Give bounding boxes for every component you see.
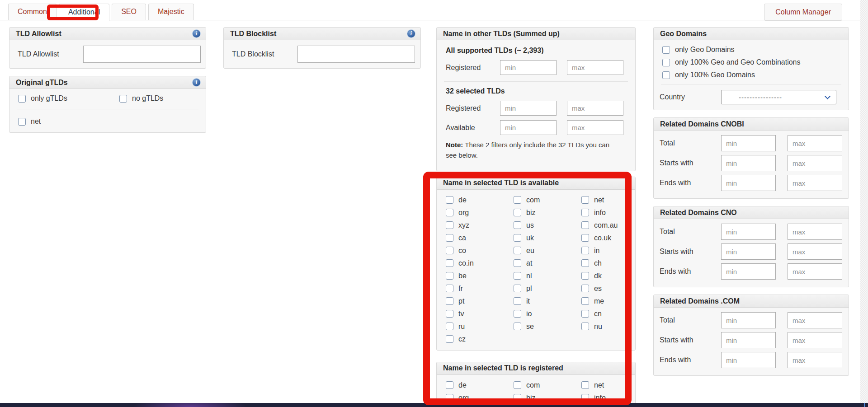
checkbox[interactable] (581, 196, 589, 204)
checkbox-option[interactable]: me (581, 295, 635, 308)
checkbox-option[interactable]: com (514, 194, 581, 206)
checkbox[interactable] (514, 234, 521, 242)
checkbox[interactable] (514, 323, 521, 330)
checkbox[interactable] (514, 381, 521, 389)
registered-selected-min-input[interactable] (500, 101, 557, 116)
tab-additional[interactable]: Additional (59, 4, 109, 21)
checkbox[interactable] (514, 394, 521, 402)
checkbox-option[interactable]: org (446, 206, 514, 219)
com-total-max-input[interactable] (788, 312, 842, 328)
checkbox[interactable] (581, 272, 589, 280)
checkbox[interactable] (514, 272, 521, 280)
registered-min-input[interactable] (500, 60, 557, 75)
checkbox[interactable] (581, 323, 589, 330)
cnobi-total-min-input[interactable] (721, 135, 776, 151)
checkbox[interactable] (581, 381, 589, 389)
registered-selected-max-input[interactable] (567, 101, 623, 116)
cnobi-endswith-min-input[interactable] (721, 175, 776, 191)
checkbox[interactable] (581, 221, 589, 229)
checkbox[interactable] (18, 118, 26, 126)
checkbox[interactable] (581, 310, 589, 318)
checkbox-option[interactable]: eu (514, 244, 581, 257)
checkbox[interactable] (514, 209, 521, 216)
cno-startswith-min-input[interactable] (721, 243, 776, 260)
checkbox-option[interactable]: only 100% Geo and Geo Combinations (662, 56, 849, 69)
checkbox-option[interactable]: com.au (581, 219, 635, 232)
tld-allowlist-input[interactable] (83, 46, 201, 63)
checkbox[interactable] (662, 59, 670, 66)
checkbox[interactable] (446, 381, 453, 389)
com-startswith-max-input[interactable] (788, 332, 842, 348)
checkbox[interactable] (446, 297, 453, 305)
checkbox-option[interactable]: org (446, 392, 514, 404)
column-manager-button[interactable]: Column Manager (764, 4, 842, 21)
checkbox[interactable] (446, 394, 453, 402)
checkbox[interactable] (662, 46, 670, 54)
checkbox-option[interactable]: de (446, 194, 514, 206)
checkbox-option[interactable]: tv (446, 308, 514, 320)
cno-total-min-input[interactable] (721, 224, 776, 240)
checkbox-option[interactable]: dk (581, 270, 635, 282)
checkbox-option[interactable]: only Geo Domains (662, 43, 849, 56)
cnobi-endswith-max-input[interactable] (788, 175, 842, 191)
checkbox-option[interactable]: co.uk (581, 232, 635, 244)
registered-max-input[interactable] (567, 60, 623, 75)
available-max-input[interactable] (567, 120, 623, 135)
checkbox-option[interactable]: de (446, 379, 514, 392)
com-startswith-min-input[interactable] (721, 332, 776, 348)
checkbox-option[interactable]: at (514, 257, 581, 270)
checkbox[interactable] (514, 259, 521, 267)
com-total-min-input[interactable] (721, 312, 776, 328)
cno-endswith-max-input[interactable] (788, 263, 842, 280)
checkbox-option[interactable]: cz (446, 333, 514, 346)
vertical-scrollbar[interactable] (860, 0, 868, 403)
checkbox-option[interactable]: nl (514, 270, 581, 282)
com-endswith-min-input[interactable] (721, 352, 776, 368)
checkbox-option[interactable]: ru (446, 320, 514, 333)
checkbox-option[interactable]: io (514, 308, 581, 320)
checkbox[interactable] (581, 209, 589, 216)
checkbox-option[interactable]: it (514, 295, 581, 308)
checkbox-option[interactable]: only 100% Geo Domains (662, 69, 849, 81)
checkbox[interactable] (446, 259, 453, 267)
checkbox-option[interactable]: info (581, 392, 635, 404)
checkbox-option[interactable]: fr (446, 282, 514, 295)
checkbox[interactable] (446, 285, 453, 292)
checkbox[interactable] (446, 323, 453, 330)
checkbox[interactable] (581, 285, 589, 292)
checkbox[interactable] (446, 310, 453, 318)
checkbox-option[interactable]: nu (581, 320, 635, 333)
checkbox-option[interactable]: se (514, 320, 581, 333)
tab-seo[interactable]: SEO (112, 4, 146, 20)
cnobi-startswith-min-input[interactable] (721, 155, 776, 171)
checkbox[interactable] (581, 394, 589, 402)
cno-total-max-input[interactable] (788, 224, 842, 240)
checkbox-option[interactable]: es (581, 282, 635, 295)
checkbox-option[interactable]: ca (446, 232, 514, 244)
info-icon[interactable]: i (193, 79, 200, 86)
checkbox[interactable] (581, 259, 589, 267)
checkbox[interactable] (514, 297, 521, 305)
checkbox[interactable] (514, 285, 521, 292)
checkbox[interactable] (581, 297, 589, 305)
checkbox[interactable] (581, 234, 589, 242)
checkbox[interactable] (446, 272, 453, 280)
checkbox-option[interactable]: biz (514, 206, 581, 219)
checkbox-option[interactable]: net (581, 379, 635, 392)
checkbox-option[interactable]: ch (581, 257, 635, 270)
checkbox[interactable] (662, 71, 670, 79)
checkbox-option[interactable]: net (581, 194, 635, 206)
checkbox-option[interactable]: xyz (446, 219, 514, 232)
checkbox[interactable] (446, 221, 453, 229)
checkbox-option[interactable]: be (446, 270, 514, 282)
tab-common[interactable]: Common (8, 4, 57, 20)
info-icon[interactable]: i (193, 30, 200, 37)
checkbox[interactable] (446, 335, 453, 343)
checkbox-option[interactable]: cn (581, 308, 635, 320)
checkbox-option[interactable]: co.in (446, 257, 514, 270)
checkbox[interactable] (446, 234, 453, 242)
checkbox-option[interactable]: only gTLDs (18, 92, 119, 105)
checkbox[interactable] (514, 221, 521, 229)
cno-endswith-min-input[interactable] (721, 263, 776, 280)
checkbox-option[interactable]: no gTLDs (119, 92, 206, 105)
